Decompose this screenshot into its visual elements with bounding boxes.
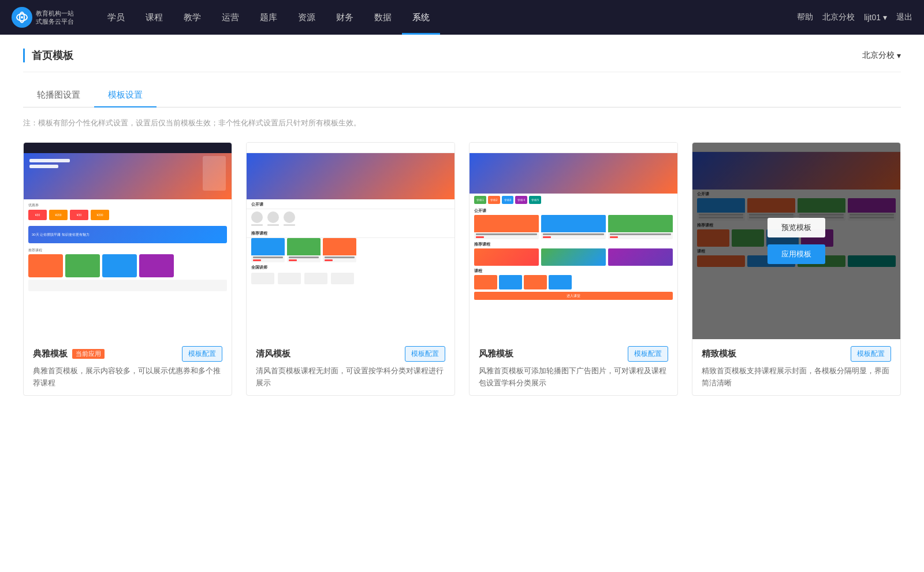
card3-recommend-label: 推荐课程 (470, 239, 677, 248)
cat-tab-4: 学科4 (515, 196, 527, 204)
card2-info-3 (323, 255, 356, 262)
template-footer-3: 风雅模板 模板配置 风雅首页模板可添加轮播图下广告图片，可对课程及课程包设置学科… (470, 339, 677, 395)
nav-item-courses[interactable]: 课程 (135, 0, 173, 35)
card3-info-3 (608, 232, 673, 239)
card3-banner (470, 153, 677, 194)
card2-lecturer-2 (278, 273, 301, 284)
preview-coupon-list: ¥30 ¥200 ¥30 ¥200 (28, 210, 227, 220)
dropdown-icon: ▾ (883, 13, 887, 22)
help-link[interactable]: 帮助 (797, 12, 813, 23)
coupon-4: ¥200 (91, 210, 109, 220)
tab-carousel[interactable]: 轮播图设置 (23, 84, 94, 107)
teacher-name-3 (284, 224, 295, 226)
card3-price-2 (543, 236, 551, 238)
template-grid: 优惠券 ¥30 ¥200 ¥30 ¥200 30天 让你摆脱平庸 知识使你更有魅… (23, 142, 901, 396)
template-name-row-1: 典雅模板 当前应用 模板配置 (33, 346, 222, 362)
card2-lecturers (247, 272, 454, 285)
svg-point-2 (21, 16, 23, 18)
template-name-2: 清风模板 (256, 348, 290, 359)
card3-title-1 (476, 233, 537, 235)
template-preview-3: 学科1 学科2 学科3 学科4 学科5 公开课 (470, 143, 677, 339)
cat-tab-3: 学科3 (502, 196, 514, 204)
card3-title-2 (543, 233, 604, 235)
nav-item-teaching[interactable]: 教学 (173, 0, 211, 35)
card2-course-1 (251, 238, 285, 262)
user-dropdown[interactable]: lijt01 ▾ (864, 13, 887, 22)
card2-lecturer-1 (251, 273, 274, 284)
nav-item-students[interactable]: 学员 (97, 0, 135, 35)
card2-nav (247, 143, 454, 153)
template-preview-1: 优惠券 ¥30 ¥200 ¥30 ¥200 30天 让你摆脱平庸 知识使你更有魅… (24, 143, 232, 339)
template-name-row-2: 清风模板 模板配置 (256, 346, 445, 362)
nav-item-system[interactable]: 系统 (402, 0, 440, 35)
nav-item-data[interactable]: 数据 (364, 0, 402, 35)
card3-thumb-1 (474, 215, 539, 232)
card2-title-1 (253, 257, 283, 258)
preview-banner-img (203, 156, 226, 191)
nav-item-operations[interactable]: 运营 (211, 0, 249, 35)
card3-title-3 (610, 233, 671, 235)
card2-thumb-3 (323, 238, 356, 255)
coupon-1: ¥30 (28, 210, 47, 220)
card2-course-3 (323, 238, 356, 262)
preview-button-4[interactable]: 预览模板 (767, 218, 825, 237)
card2-price-1 (253, 259, 261, 261)
config-button-4[interactable]: 模板配置 (851, 346, 891, 362)
coupon-3: ¥30 (70, 210, 88, 220)
preview-promo-banner: 30天 让你摆脱平庸 知识使你更有魅力 (28, 226, 227, 243)
template-desc-4: 精致首页模板支持课程展示封面，各模板分隔明显，界面简洁清晰 (702, 365, 891, 389)
teacher-name-2 (267, 224, 279, 226)
nav-item-finance[interactable]: 财务 (326, 0, 364, 35)
template-card-2: 公开课 (246, 142, 455, 396)
course-4 (139, 254, 174, 277)
apply-button-4[interactable]: 应用模板 (767, 244, 825, 264)
logo[interactable]: 教育机构一站 式服务云平台 (12, 7, 74, 28)
branch-link[interactable]: 北京分校 (822, 12, 855, 23)
cat-tab-5: 学科5 (529, 196, 541, 204)
template-card-3: 学科1 学科2 学科3 学科4 学科5 公开课 (469, 142, 678, 396)
card3-thumb-2 (541, 215, 606, 232)
card3-section1: 公开课 (470, 206, 677, 215)
template-name-row-4: 精致模板 模板配置 (702, 346, 891, 362)
card3-thumb-3 (608, 215, 673, 232)
config-button-1[interactable]: 模板配置 (182, 346, 222, 362)
card3-mockup: 学科1 学科2 学科3 学科4 学科5 公开课 (470, 143, 677, 339)
template-desc-3: 风雅首页模板可添加轮播图下广告图片，可对课程及课程包设置学科分类展示 (479, 365, 668, 389)
preview-coupons: 优惠券 ¥30 ¥200 ¥30 ¥200 (24, 199, 232, 224)
branch-selector[interactable]: 北京分校 ▾ (862, 50, 901, 61)
logo-text: 教育机构一站 式服务云平台 (36, 9, 74, 26)
card3-course-2 (541, 215, 606, 239)
card3-info-1 (474, 232, 539, 239)
card3-category-tabs: 学科1 学科2 学科3 学科4 学科5 (470, 194, 677, 206)
teacher-name-1 (251, 224, 263, 226)
template-desc-1: 典雅首页模板，展示内容较多，可以展示优惠券和多个推荐课程 (33, 365, 222, 389)
nav-item-questions[interactable]: 题库 (249, 0, 288, 35)
course-1 (28, 254, 63, 277)
card3-courses (470, 215, 677, 239)
template-name-row-3: 风雅模板 模板配置 (479, 346, 668, 362)
tab-template[interactable]: 模板设置 (94, 84, 157, 107)
card2-lecturers-label: 全国讲师 (247, 262, 454, 272)
card3-price-3 (610, 236, 618, 238)
navbar: 教育机构一站 式服务云平台 学员 课程 教学 运营 题库 资源 财务 数据 系统… (0, 0, 924, 35)
card2-info-2 (287, 255, 321, 262)
logout-button[interactable]: 退出 (896, 12, 912, 23)
page-header: 首页模板 北京分校 ▾ (23, 35, 901, 72)
grid-course-2 (499, 275, 522, 289)
template-note: 注：模板有部分个性化样式设置，设置后仅当前模板生效；非个性化样式设置后只针对所有… (23, 118, 901, 128)
card2-price-3 (325, 259, 333, 261)
grid-course-4 (549, 275, 572, 289)
card3-info-2 (541, 232, 606, 239)
config-button-3[interactable]: 模板配置 (628, 346, 668, 362)
course-2 (65, 254, 100, 277)
branch-selector-label: 北京分校 (862, 50, 895, 61)
config-button-2[interactable]: 模板配置 (405, 346, 445, 362)
preview-banner (24, 153, 232, 199)
template-desc-2: 清风首页模板课程无封面，可设置按学科分类对课程进行展示 (256, 365, 445, 389)
cat-tab-2: 学科2 (488, 196, 500, 204)
card2-info-1 (251, 255, 285, 262)
teacher-avatar-2 (267, 211, 279, 223)
nav-item-resources[interactable]: 资源 (288, 0, 326, 35)
card2-course-2 (287, 238, 321, 262)
card2-thumb-2 (287, 238, 321, 255)
